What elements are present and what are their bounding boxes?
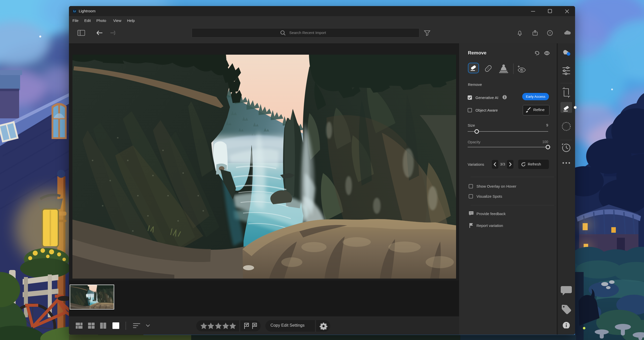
- svg-text:?: ?: [549, 31, 551, 35]
